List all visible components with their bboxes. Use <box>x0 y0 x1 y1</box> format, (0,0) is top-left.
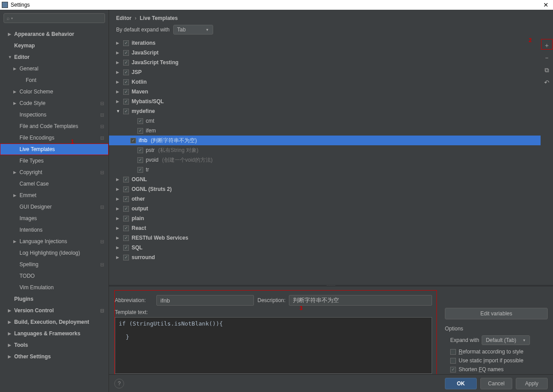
abbreviation-input[interactable] <box>156 295 254 306</box>
expand-with-combo[interactable]: Tab ▼ <box>173 25 213 35</box>
template-checkbox[interactable] <box>137 118 143 124</box>
sidebar-item[interactable]: Spelling⊟ <box>0 259 109 270</box>
sidebar-item[interactable]: File Types <box>0 155 109 167</box>
reformat-checkbox[interactable] <box>450 349 456 355</box>
template-checkbox[interactable] <box>137 157 143 163</box>
sidebar-item[interactable]: GUI Designer⊟ <box>0 201 109 213</box>
template-group[interactable]: ▶SQL <box>116 243 541 252</box>
sidebar-item[interactable]: ▶General <box>0 63 109 74</box>
template-group[interactable]: ▶RESTful Web Services <box>116 233 541 243</box>
template-text-area[interactable]: if (StringUtils.isNotBlank()){ } <box>115 317 432 374</box>
remove-icon[interactable]: － <box>543 54 550 61</box>
sidebar-item-label: Languages & Frameworks <box>14 330 80 337</box>
cancel-button[interactable]: Cancel <box>480 378 512 389</box>
group-checkbox[interactable] <box>123 99 129 105</box>
ok-button[interactable]: OK <box>445 378 477 389</box>
sidebar-item[interactable]: ▶Version Control⊟ <box>0 305 109 316</box>
group-name: SQL <box>132 245 143 251</box>
undo-icon[interactable]: ↶ <box>543 79 550 86</box>
sidebar-item[interactable]: ▶Color Scheme <box>0 86 109 97</box>
sidebar-item[interactable]: Intentions <box>0 224 109 236</box>
sidebar-item[interactable]: File and Code Templates⊟ <box>0 120 109 132</box>
description-input[interactable] <box>289 295 432 306</box>
group-checkbox[interactable] <box>123 40 129 46</box>
sidebar-item[interactable]: Keymap <box>0 40 109 51</box>
template-group[interactable]: ▼mydefine <box>116 106 541 116</box>
sidebar-item[interactable]: ▶Appearance & Behavior <box>0 28 109 40</box>
group-checkbox[interactable] <box>123 60 129 66</box>
template-checkbox[interactable] <box>137 128 143 134</box>
chevron-icon: ▶ <box>116 89 121 94</box>
template-item[interactable]: tr <box>116 165 541 175</box>
template-group[interactable]: ▶Kotlin <box>116 77 541 87</box>
chevron-icon: ▼ <box>8 55 14 59</box>
template-group[interactable]: ▶other <box>116 194 541 204</box>
template-group[interactable]: ▶JavaScript Testing <box>116 58 541 67</box>
expand-with-option-combo[interactable]: Default (Tab) ▼ <box>482 335 530 345</box>
sidebar-item[interactable]: Live Templates <box>0 144 109 155</box>
close-icon[interactable]: ✕ <box>541 1 551 8</box>
template-group[interactable]: ▶Mybatis/SQL <box>116 97 541 106</box>
sidebar-item[interactable]: ▶Copyright⊟ <box>0 167 109 178</box>
group-checkbox[interactable] <box>123 216 129 221</box>
sidebar-item[interactable]: ▶Tools <box>0 339 109 351</box>
template-checkbox[interactable] <box>137 147 143 153</box>
group-checkbox[interactable] <box>123 206 129 212</box>
group-checkbox[interactable] <box>123 177 129 182</box>
group-checkbox[interactable] <box>123 225 129 231</box>
sidebar-item[interactable]: Camel Case <box>0 178 109 190</box>
expand-with-label: Expand with <box>450 337 479 343</box>
template-group[interactable]: ▶OGNL (Struts 2) <box>116 184 541 194</box>
sidebar-item[interactable]: ▼Editor <box>0 51 109 63</box>
template-group[interactable]: ▶React <box>116 223 541 233</box>
group-checkbox[interactable] <box>123 89 129 95</box>
sidebar-item[interactable]: File Encodings⊟ <box>0 132 109 144</box>
sidebar-item[interactable]: ▶Languages & Frameworks <box>0 328 109 339</box>
template-group[interactable]: ▶JSP <box>116 67 541 77</box>
sidebar-item[interactable]: ▶Language Injections⊟ <box>0 236 109 247</box>
group-checkbox[interactable] <box>123 79 129 85</box>
search-input[interactable]: ⌕ ▾ <box>4 13 105 23</box>
group-checkbox[interactable] <box>123 50 129 56</box>
sidebar-item[interactable]: Vim Emulation <box>0 282 109 293</box>
group-checkbox[interactable] <box>123 255 129 260</box>
template-group[interactable]: ▶plain <box>116 213 541 223</box>
template-group[interactable]: ▶output <box>116 204 541 213</box>
group-checkbox[interactable] <box>123 109 129 114</box>
group-checkbox[interactable] <box>123 70 129 75</box>
template-item[interactable]: cmt <box>116 116 541 126</box>
apply-button[interactable]: Apply <box>516 378 548 389</box>
template-group[interactable]: ▶iterations <box>116 38 541 48</box>
template-item[interactable]: pvoid(创建一个void的方法) <box>116 155 541 165</box>
template-checkbox[interactable] <box>137 167 143 173</box>
group-checkbox[interactable] <box>123 245 129 251</box>
sidebar-item[interactable]: TODO <box>0 270 109 282</box>
template-group[interactable]: ▶JavaScript <box>116 48 541 58</box>
group-checkbox[interactable] <box>123 186 129 192</box>
template-item[interactable]: pstr(私有String 对象) <box>116 145 541 155</box>
template-group[interactable]: ▶OGNL <box>116 175 541 184</box>
sidebar-item-label: Editor <box>14 54 30 60</box>
edit-variables-button[interactable]: Edit variables <box>445 308 548 319</box>
sidebar-item[interactable]: Font <box>0 74 109 86</box>
sidebar-item[interactable]: Plugins <box>0 293 109 305</box>
template-checkbox[interactable] <box>130 138 136 144</box>
chevron-icon: ▶ <box>13 170 19 175</box>
sidebar-item[interactable]: ▶Build, Execution, Deployment <box>0 316 109 328</box>
sidebar-item[interactable]: Images <box>0 213 109 224</box>
sidebar-item[interactable]: ▶Emmet <box>0 190 109 201</box>
help-button[interactable]: ? <box>114 379 124 388</box>
template-group[interactable]: ▶Maven <box>116 87 541 97</box>
copy-icon[interactable]: ⧉ <box>543 66 550 74</box>
sidebar-item[interactable]: ▶Other Settings <box>0 351 109 362</box>
template-item[interactable]: ifem <box>116 126 541 136</box>
static-import-checkbox[interactable] <box>450 358 456 364</box>
group-checkbox[interactable] <box>123 235 129 241</box>
sidebar-item[interactable]: Log Highlighting (Ideolog) <box>0 247 109 259</box>
template-item[interactable]: ifnb(判断字符串不为空) <box>109 136 541 145</box>
sidebar-item[interactable]: ▶Code Style⊟ <box>0 97 109 109</box>
template-group[interactable]: ▶surround <box>116 252 541 262</box>
shorten-fq-checkbox[interactable] <box>450 367 456 373</box>
sidebar-item[interactable]: Inspections⊟ <box>0 109 109 120</box>
group-checkbox[interactable] <box>123 196 129 202</box>
